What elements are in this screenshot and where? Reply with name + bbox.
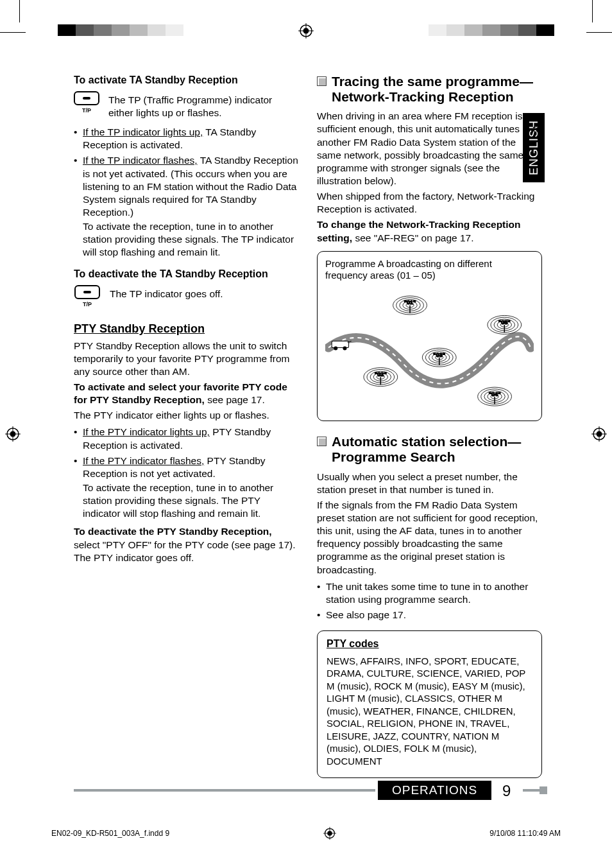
- tp-button-icon: T/P: [74, 285, 101, 309]
- tp-intro-text: The TP (Traffic Programme) indicator eit…: [108, 94, 299, 119]
- tp-button-icon: T/P: [74, 91, 99, 115]
- change-setting-text: To change the Network-Tracking Reception…: [317, 218, 542, 244]
- print-file-name: EN02-09_KD-R501_003A_f.indd 9: [51, 829, 169, 838]
- crop-mark: [592, 0, 593, 22]
- svg-rect-16: [332, 342, 348, 348]
- heading-deactivate-ta: To deactivate the TA Standby Reception: [74, 268, 299, 281]
- section-name: OPERATIONS: [378, 781, 491, 800]
- content-area: To activate TA Standby Reception T/P The…: [74, 74, 542, 778]
- section-marker-icon: [317, 76, 327, 86]
- svg-text:"02": "02": [375, 371, 387, 378]
- print-timestamp: 9/10/08 11:10:49 AM: [489, 829, 561, 838]
- body-text: When driving in an area where FM recepti…: [317, 110, 542, 187]
- registration-mark-icon: [298, 23, 314, 39]
- list-item: If the TP indicator lights up, TA Standb…: [74, 126, 299, 152]
- pty-codes-heading: PTY codes: [327, 638, 532, 651]
- svg-text:"05": "05": [498, 319, 511, 326]
- svg-point-18: [343, 347, 346, 351]
- svg-text:"04": "04": [489, 391, 501, 397]
- pty-lights-text: The PTY indicator either lights up or fl…: [74, 409, 299, 422]
- svg-text:"01": "01": [404, 300, 416, 306]
- registration-mark-icon: [323, 827, 336, 840]
- svg-text:"03": "03": [433, 352, 445, 358]
- list-item: If the TP indicator flashes, TA Standby …: [74, 154, 299, 259]
- network-tracking-illustration: "01""02""03""04""05": [325, 286, 534, 410]
- list-item: If the PTY indicator lights up, PTY Stan…: [74, 426, 299, 451]
- heading-activate-pty: To activate and select your favorite PTY…: [74, 381, 299, 406]
- list-item: If the PTY indicator flashes, PTY Standb…: [74, 455, 299, 521]
- heading-activate-ta: To activate TA Standby Reception: [74, 74, 299, 87]
- pty-codes-list: NEWS, AFFAIRS, INFO, SPORT, EDUCATE, DRA…: [327, 655, 532, 768]
- heading-pty-standby: PTY Standby Reception: [74, 322, 299, 337]
- body-text: Usually when you select a preset number,…: [317, 471, 542, 496]
- right-column: Tracing the same programme—Network-Track…: [317, 74, 542, 778]
- page-number: 9: [502, 782, 511, 800]
- tp-button-label: T/P: [82, 107, 91, 115]
- registration-mark-icon: [5, 426, 21, 442]
- pty-standby-desc: PTY Standby Reception allows the unit to…: [74, 340, 299, 378]
- body-text: When shipped from the factory, Network-T…: [317, 190, 542, 216]
- section-title-network-tracking: Tracing the same programme—Network-Track…: [332, 74, 542, 105]
- body-text: If the signals from the FM Radio Data Sy…: [317, 499, 542, 577]
- registration-mark-icon: [591, 426, 607, 442]
- section-marker-icon: [317, 437, 327, 446]
- tp-button-label: T/P: [83, 301, 92, 309]
- figure-caption: Programme A broadcasting on different fr…: [325, 258, 534, 282]
- print-footer: EN02-09_KD-R501_003A_f.indd 9 9/10/08 11…: [51, 827, 561, 840]
- svg-rect-15: [83, 291, 91, 293]
- svg-point-17: [334, 347, 337, 351]
- print-registration-bar: [19, 24, 593, 44]
- illustration-box: Programme A broadcasting on different fr…: [317, 251, 542, 422]
- page-footer-bar: OPERATIONS 9: [74, 781, 542, 800]
- crop-mark: [19, 0, 20, 22]
- list-item: See also page 17.: [317, 609, 542, 621]
- svg-rect-13: [83, 97, 90, 100]
- left-column: To activate TA Standby Reception T/P The…: [74, 74, 299, 778]
- list-item: The unit takes some time to tune in to a…: [317, 580, 542, 606]
- pty-codes-box: PTY codes NEWS, AFFAIRS, INFO, SPORT, ED…: [317, 630, 542, 778]
- section-title-programme-search: Automatic station selection—Programme Se…: [332, 434, 542, 465]
- tp-goes-off-text: The TP indicator goes off.: [110, 288, 223, 300]
- heading-deactivate-pty: To deactivate the PTY Standby Reception,…: [74, 525, 299, 564]
